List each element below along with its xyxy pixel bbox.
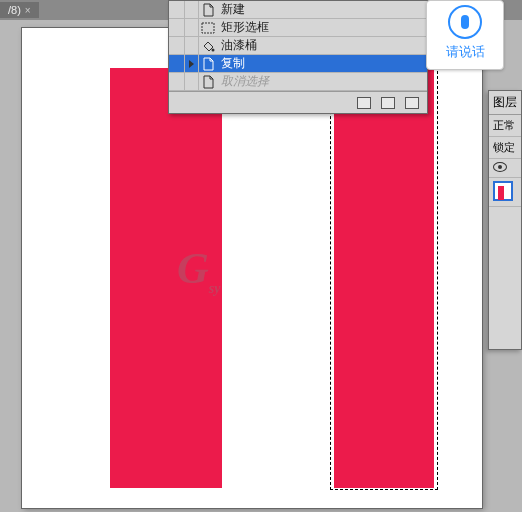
history-panel: 新建矩形选框油漆桶复制取消选择 [168, 0, 428, 114]
lock-row: 锁定 [489, 137, 521, 159]
history-item[interactable]: 矩形选框 [169, 19, 427, 37]
new-snapshot-icon[interactable] [357, 97, 371, 109]
blend-mode-select[interactable]: 正常 [489, 115, 521, 137]
svg-point-1 [212, 48, 215, 51]
history-item[interactable]: 新建 [169, 1, 427, 19]
history-item-label: 新建 [217, 1, 427, 18]
history-item-label: 取消选择 [217, 73, 427, 90]
tab-label: /8) [8, 4, 21, 16]
history-play-col [185, 55, 199, 72]
visibility-eye-icon[interactable] [493, 162, 507, 172]
document-tab[interactable]: /8) × [0, 2, 39, 18]
history-play-col [185, 73, 199, 90]
history-play-col [185, 1, 199, 18]
layers-panel: 图层 正常 锁定 [488, 90, 522, 350]
close-icon[interactable]: × [25, 5, 31, 16]
play-icon [189, 60, 194, 68]
history-toggle-col[interactable] [169, 19, 185, 36]
new-document-icon[interactable] [381, 97, 395, 109]
delete-icon[interactable] [405, 97, 419, 109]
microphone-icon[interactable] [448, 5, 482, 39]
svg-rect-0 [202, 23, 214, 33]
document-icon [199, 73, 217, 90]
workspace: /8) × Gsy 新建矩形选框油漆桶复制取消选择 请说话 图层 正常 锁定 [0, 0, 522, 512]
document-icon [199, 1, 217, 18]
voice-label: 请说话 [446, 43, 485, 61]
history-item[interactable]: 复制 [169, 55, 427, 73]
history-play-col [185, 19, 199, 36]
history-item-label: 矩形选框 [217, 19, 427, 36]
history-item[interactable]: 油漆桶 [169, 37, 427, 55]
marquee-icon [199, 19, 217, 36]
layers-panel-title: 图层 [489, 91, 521, 115]
history-play-col [185, 37, 199, 54]
history-item-label: 复制 [217, 55, 427, 72]
history-panel-footer [169, 91, 427, 113]
layer-row[interactable] [489, 178, 521, 207]
history-toggle-col[interactable] [169, 55, 185, 72]
voice-input-bubble[interactable]: 请说话 [426, 0, 504, 70]
history-item-label: 油漆桶 [217, 37, 427, 54]
layer-row[interactable] [489, 159, 521, 178]
history-item[interactable]: 取消选择 [169, 73, 427, 91]
selection-marquee [330, 66, 438, 490]
watermark: Gsy [177, 243, 220, 297]
history-toggle-col[interactable] [169, 73, 185, 90]
document-icon [199, 55, 217, 72]
history-toggle-col[interactable] [169, 37, 185, 54]
history-toggle-col[interactable] [169, 1, 185, 18]
paint-bucket-icon [199, 37, 217, 54]
layer-thumbnail[interactable] [493, 181, 513, 201]
